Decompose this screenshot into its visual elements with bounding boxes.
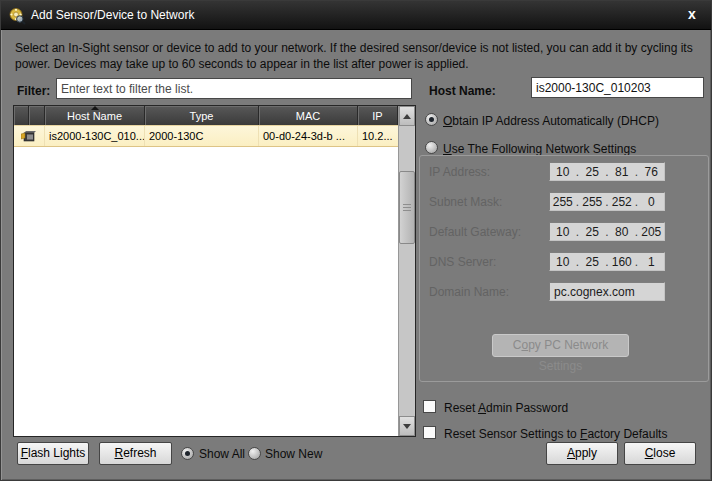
table-header: Host Name Type MAC IP [14,106,398,125]
column-host-name-header[interactable]: Host Name [45,106,145,125]
column-type-header[interactable]: Type [145,106,259,125]
apply-button[interactable]: Apply [546,442,618,465]
copy-pc-network-settings-button: Copy PC Network Settings [492,334,629,357]
radio-show-new-label[interactable]: Show New [265,447,322,461]
filter-input[interactable] [56,78,412,99]
host-name-input[interactable] [531,77,704,98]
subnet-mask-field: 255.255.252.0 [549,192,665,211]
domain-name-label: Domain Name: [429,285,509,299]
close-button[interactable]: Close [624,442,696,465]
filter-label: Filter: [17,84,50,98]
radio-show-all[interactable] [181,447,194,460]
intro-text: Select an In-Sight sensor or device to a… [15,40,703,72]
scroll-down-button[interactable] [399,416,415,436]
radio-use-network-settings-label[interactable]: Use The Following Network Settings [443,142,636,156]
radio-show-all-label[interactable]: Show All [199,447,245,461]
radio-obtain-dhcp-label[interactable]: Obtain IP Address Automatically (DHCP) [443,114,659,128]
reset-factory-defaults-checkbox[interactable] [423,426,436,439]
title-bar: Add Sensor/Device to Network x [1,1,711,30]
device-table: Host Name Type MAC IP is2000-130C_ [13,105,416,437]
ip-address-label: IP Address: [429,165,490,179]
column-ip-header[interactable]: IP [358,106,398,125]
cell-host-name: is2000-130C_010... [45,126,145,146]
column-icon-header[interactable] [29,106,45,125]
default-gateway-field: 10.25.80.205 [549,222,665,241]
close-icon[interactable]: x [682,5,702,25]
radio-use-network-settings[interactable] [425,141,438,154]
reset-admin-password-checkbox[interactable] [423,400,436,413]
scroll-thumb[interactable] [399,171,415,244]
column-mac-header[interactable]: MAC [259,106,358,125]
ip-address-field: 10.25.81.76 [549,162,665,181]
default-gateway-label: Default Gateway: [429,225,521,239]
scroll-up-button[interactable] [399,106,415,126]
add-sensor-dialog: Add Sensor/Device to Network x Select an… [0,0,712,481]
refresh-button[interactable]: Refresh [99,442,172,465]
cell-type: 2000-130C [145,126,259,146]
domain-name-field: pc.cognex.com [549,282,665,301]
reset-admin-password-label[interactable]: Reset Admin Password [444,401,568,415]
flash-lights-button[interactable]: Flash Lights [17,442,89,465]
insight-explorer-icon [8,7,26,25]
sensor-camera-icon [14,126,45,146]
sort-ascending-icon [91,106,99,110]
dns-server-field: 10.25.160.1 [549,252,665,271]
subnet-mask-label: Subnet Mask: [429,195,502,209]
reset-factory-defaults-label[interactable]: Reset Sensor Settings to Factory Default… [444,427,667,441]
cell-ip: 10.2... [358,126,398,146]
vertical-scrollbar[interactable] [398,106,415,436]
cell-mac: 00-d0-24-3d-b ... [259,126,358,146]
window-title: Add Sensor/Device to Network [31,1,194,30]
column-blank-header[interactable] [14,106,29,125]
radio-obtain-dhcp[interactable] [425,113,438,126]
device-row-selected[interactable]: is2000-130C_010... 2000-130C 00-d0-24-3d… [14,125,398,147]
dns-server-label: DNS Server: [429,255,496,269]
radio-show-new[interactable] [248,447,261,460]
host-name-label: Host Name: [429,84,496,98]
